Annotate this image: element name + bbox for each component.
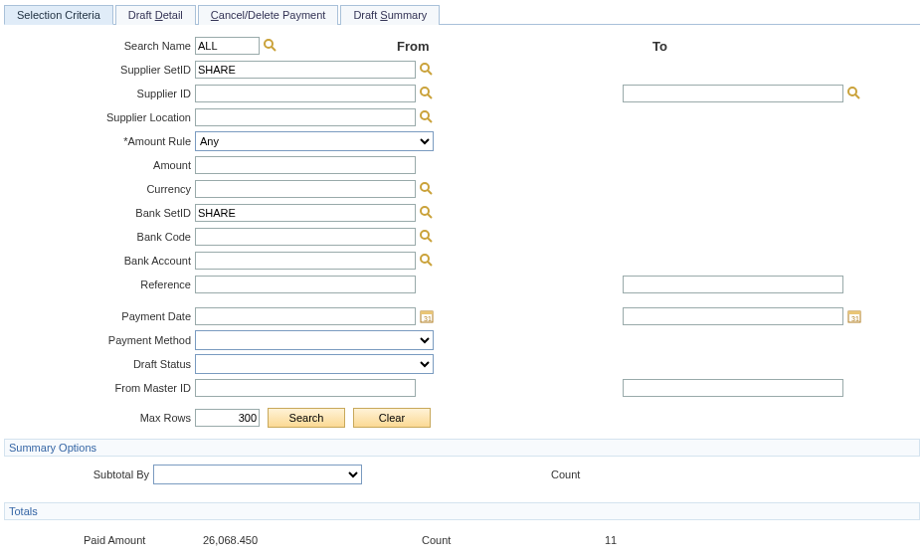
currency-input[interactable] (195, 180, 416, 198)
svg-rect-22 (848, 311, 860, 314)
label-supplier-location: Supplier Location (4, 111, 195, 123)
lookup-icon[interactable] (420, 254, 434, 268)
svg-point-12 (421, 207, 429, 215)
payment-date-to-input[interactable] (623, 307, 843, 325)
reference-to-input[interactable] (623, 276, 843, 293)
label-supplier-setid: Supplier SetID (4, 64, 195, 76)
supplier-setid-input[interactable] (195, 61, 416, 79)
svg-point-6 (848, 88, 856, 95)
paid-count-value: 11 (601, 534, 660, 546)
svg-text:31: 31 (424, 315, 432, 322)
label-currency: Currency (4, 183, 195, 195)
payment-date-from-input[interactable] (195, 307, 416, 325)
paid-amount-value: 26,068.450 (203, 534, 402, 546)
label-subtotal-by: Subtotal By (4, 468, 153, 480)
label-amount: Amount (4, 159, 195, 171)
label-bank-setid: Bank SetID (4, 207, 195, 219)
svg-rect-19 (421, 311, 433, 314)
bank-setid-input[interactable] (195, 204, 416, 222)
amount-input[interactable] (195, 156, 416, 174)
amount-rule-select[interactable]: Any (195, 131, 434, 151)
bank-account-input[interactable] (195, 252, 416, 270)
label-max-rows: Max Rows (4, 412, 195, 424)
label-from-master-id: From Master ID (4, 382, 195, 394)
supplier-id-from-input[interactable] (195, 85, 416, 102)
summary-count-label: Count (551, 468, 580, 480)
lookup-icon[interactable] (420, 182, 434, 196)
tab-draft-summary[interactable]: Draft Summary (340, 5, 440, 25)
bank-code-input[interactable] (195, 228, 416, 246)
subtotal-by-select[interactable] (153, 465, 362, 484)
label-amount-rule: *Amount Rule (4, 135, 195, 147)
svg-line-11 (428, 190, 432, 194)
paid-count-label: Count (402, 534, 601, 546)
label-draft-status: Draft Status (4, 358, 195, 370)
svg-point-14 (421, 231, 429, 239)
totals-grid: Paid Amount 26,068.450 Count 11 Unpaid A… (4, 520, 920, 560)
tab-cancel-delete-payment[interactable]: Cancel/Delete Payment (198, 5, 339, 25)
max-rows-input[interactable] (195, 409, 260, 427)
svg-line-7 (855, 94, 859, 98)
lookup-icon[interactable] (420, 110, 434, 124)
supplier-id-to-input[interactable] (623, 85, 843, 102)
svg-point-0 (265, 40, 273, 48)
svg-line-17 (428, 262, 432, 266)
lookup-icon[interactable] (420, 63, 434, 77)
svg-line-13 (428, 214, 432, 218)
svg-line-5 (428, 94, 432, 98)
column-header-to: To (652, 39, 667, 54)
tab-selection-criteria[interactable]: Selection Criteria (4, 5, 113, 25)
svg-line-3 (428, 71, 432, 75)
label-bank-account: Bank Account (4, 255, 195, 267)
lookup-icon[interactable] (420, 206, 434, 220)
label-payment-method: Payment Method (4, 334, 195, 346)
calendar-icon[interactable]: 31 (420, 309, 434, 323)
label-supplier-id: Supplier ID (4, 88, 195, 99)
form-area: Search Name From To Supplier SetID Suppl… (4, 35, 920, 429)
label-reference: Reference (4, 279, 195, 290)
from-master-id-from-input[interactable] (195, 379, 416, 397)
payment-method-select[interactable] (195, 330, 434, 350)
summary-options-header: Summary Options (4, 439, 920, 457)
paid-amount-label: Paid Amount (4, 534, 203, 546)
draft-status-select[interactable] (195, 354, 434, 374)
lookup-icon[interactable] (420, 87, 434, 100)
tab-strip: Selection Criteria Draft Detail Cancel/D… (4, 4, 920, 25)
svg-line-9 (428, 118, 432, 122)
clear-button[interactable]: Clear (353, 408, 431, 428)
lookup-icon[interactable] (264, 39, 277, 53)
svg-point-16 (421, 255, 429, 263)
calendar-icon[interactable]: 31 (847, 309, 861, 323)
svg-line-1 (272, 47, 276, 51)
reference-from-input[interactable] (195, 276, 416, 293)
lookup-icon[interactable] (420, 230, 434, 244)
label-search-name: Search Name (4, 40, 195, 52)
from-master-id-to-input[interactable] (623, 379, 843, 397)
svg-point-8 (421, 111, 429, 119)
search-button[interactable]: Search (268, 408, 345, 428)
svg-point-10 (421, 183, 429, 191)
svg-text:31: 31 (851, 315, 859, 322)
tab-draft-detail[interactable]: Draft Detail (115, 5, 196, 25)
totals-header: Totals (4, 502, 920, 520)
lookup-icon[interactable] (847, 87, 861, 100)
column-header-from: From (397, 39, 430, 54)
label-bank-code: Bank Code (4, 231, 195, 243)
supplier-location-input[interactable] (195, 108, 416, 126)
svg-point-4 (421, 88, 429, 95)
svg-line-15 (428, 238, 432, 242)
search-name-input[interactable] (195, 37, 260, 55)
svg-point-2 (421, 64, 429, 72)
label-payment-date: Payment Date (4, 310, 195, 322)
